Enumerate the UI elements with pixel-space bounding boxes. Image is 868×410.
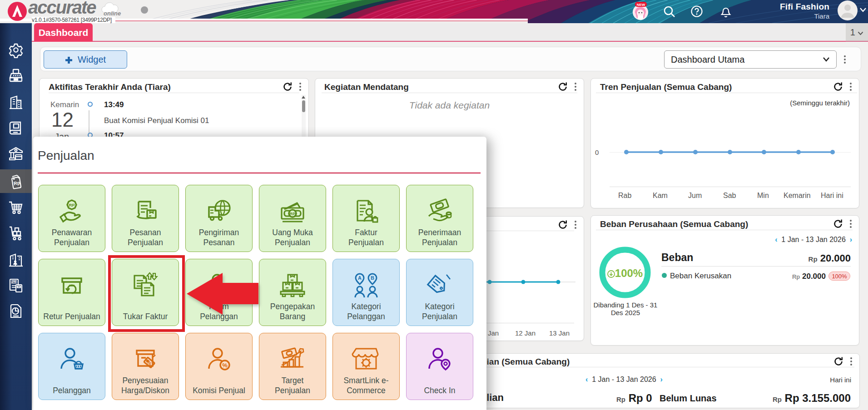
svg-text:NEW: NEW: [637, 3, 645, 7]
svg-text:Rp: Rp: [13, 180, 20, 186]
svg-text:B: B: [371, 275, 374, 281]
svg-text:A: A: [358, 275, 362, 281]
svg-text:TAX: TAX: [11, 281, 17, 284]
svg-text:%: %: [222, 362, 228, 369]
svg-text:RP: RP: [290, 212, 296, 216]
svg-text:RP: RP: [69, 203, 75, 207]
